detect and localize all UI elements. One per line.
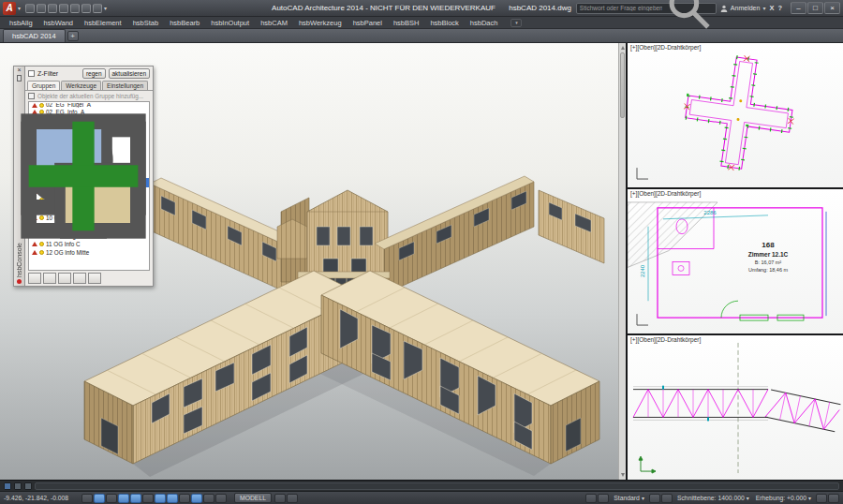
infocenter-search xyxy=(576,3,717,14)
section-drawing xyxy=(628,335,843,480)
tab-hsbelement[interactable]: hsbElement xyxy=(79,17,127,29)
tab-hsbcam[interactable]: hsbCAM xyxy=(255,17,293,29)
osnap-toggle[interactable] xyxy=(130,494,141,503)
tab-hsbwerkzeug[interactable]: hsbWerkzeug xyxy=(293,17,348,29)
drawing-area: × hsbConsole Z-Filter regen aktualisiere… xyxy=(0,43,843,480)
elevation-label: Erhebung: +0.000 xyxy=(756,495,806,501)
quickview-layouts-icon[interactable] xyxy=(274,494,286,503)
room-name: Zimmer 12.1C xyxy=(748,251,789,258)
3dosnap-toggle[interactable] xyxy=(142,494,154,503)
tab-hsbbsh[interactable]: hsbBSH xyxy=(388,17,425,29)
elevation-control[interactable]: Erhebung: +0.000 ▾ xyxy=(754,495,813,501)
qp-toggle[interactable] xyxy=(215,494,227,503)
search-input[interactable] xyxy=(580,5,662,11)
new-drawing-tab-button[interactable]: + xyxy=(67,31,79,41)
otrack-toggle[interactable] xyxy=(155,494,166,503)
save-button[interactable] xyxy=(48,4,57,13)
command-customize-icon[interactable] xyxy=(4,482,11,490)
annotation-scale-icon[interactable] xyxy=(585,494,597,503)
status-bar: -9.426, -21.842, -0.008 MODELL Standar xyxy=(0,491,843,504)
main-3d-viewport[interactable]: × hsbConsole Z-Filter regen aktualisiere… xyxy=(0,43,628,480)
redo-button[interactable] xyxy=(93,4,102,13)
tab-hsbpanel[interactable]: hsbPanel xyxy=(348,17,388,29)
plot-button[interactable] xyxy=(70,4,80,13)
ribbon-minimize-icon[interactable]: ▾ xyxy=(510,19,522,27)
tab-hsbbearb[interactable]: hsbBearb xyxy=(164,17,205,29)
tab-hsbwand[interactable]: hsbWand xyxy=(38,17,79,29)
close-button[interactable]: × xyxy=(824,2,840,14)
tab-hsbstab[interactable]: hsbStab xyxy=(127,17,165,29)
scroll-up-icon[interactable] xyxy=(621,46,625,50)
coordinates-readout: -9.426, -21.842, -0.008 xyxy=(4,495,79,501)
autocad-logo-icon[interactable]: A xyxy=(3,2,16,15)
dyn-toggle[interactable] xyxy=(179,494,190,503)
ucs-icon xyxy=(637,314,648,325)
viewport-label[interactable]: [+][Oben][2D-Drahtkörper] xyxy=(630,336,701,343)
user-icon xyxy=(720,5,728,12)
command-line xyxy=(0,480,843,491)
open-button[interactable] xyxy=(37,4,46,13)
command-input[interactable] xyxy=(35,482,839,490)
new-button[interactable] xyxy=(25,4,35,13)
signin-caret-icon: ▾ xyxy=(762,6,765,11)
ribbon-tab-bar: hsbAllg hsbWand hsbElement hsbStab hsbBe… xyxy=(0,17,843,29)
model-space-button[interactable]: MODELL xyxy=(234,493,272,503)
minimize-button[interactable]: – xyxy=(791,2,806,14)
cut-plane-control[interactable]: Schnittebene: 1400.000 ▾ xyxy=(675,495,751,501)
app-menu-caret-icon[interactable]: ▾ xyxy=(18,6,21,11)
restore-button[interactable]: □ xyxy=(807,2,823,14)
file-tab-bar: hsbCAD 2014 + xyxy=(0,29,843,43)
polar-toggle[interactable] xyxy=(118,494,129,503)
saveas-button[interactable] xyxy=(59,4,68,13)
tpy-toggle[interactable] xyxy=(203,494,214,503)
status-toggles xyxy=(81,494,227,503)
cleanscreen-icon[interactable] xyxy=(828,494,839,503)
command-recent-icon[interactable] xyxy=(14,482,22,490)
document-name: hsbCAD 2014.dwg xyxy=(509,4,571,12)
tab-hsbinoutput[interactable]: hsbInOutput xyxy=(205,17,255,29)
command-options-icon[interactable] xyxy=(24,482,32,490)
room-perimeter: Umfang: 18,46 m xyxy=(748,267,789,273)
annotation-visibility-icon[interactable] xyxy=(598,494,609,503)
vertical-scrollbar[interactable] xyxy=(618,43,626,480)
workspace-switcher[interactable]: Standard ▾ xyxy=(612,495,646,501)
file-tab-active[interactable]: hsbCAD 2014 xyxy=(3,29,66,42)
ortho-toggle[interactable] xyxy=(106,494,117,503)
ucs-icon xyxy=(637,168,648,179)
app-title: AutoCAD Architecture 2014 - NICHT FÜR DE… xyxy=(272,4,495,12)
side-viewport-column: [+][Oben][2D-Drahtkörper] xyxy=(628,43,843,480)
tab-hsballg[interactable]: hsbAllg xyxy=(4,17,38,29)
settings-gear-icon[interactable] xyxy=(816,494,827,503)
exchange-apps-icon[interactable]: X xyxy=(769,4,774,12)
scrollbar-thumb[interactable] xyxy=(620,52,625,118)
quick-access-toolbar: ▾ xyxy=(25,4,107,13)
lwt-toggle[interactable] xyxy=(191,494,202,503)
viewport-label[interactable]: [+][Oben][2D-Drahtkörper] xyxy=(630,44,701,51)
viewport-plan-overview[interactable]: [+][Oben][2D-Drahtkörper] xyxy=(628,43,843,187)
snap-toggle[interactable] xyxy=(81,494,93,503)
dimension-top: 2286 xyxy=(703,210,717,215)
help-icon[interactable]: ? xyxy=(777,4,782,12)
isolate-objects-icon[interactable] xyxy=(661,494,673,503)
search-icon[interactable] xyxy=(665,0,713,32)
ucs-icon xyxy=(639,456,656,473)
quickview-drawings-icon[interactable] xyxy=(287,494,298,503)
cut-plane-caret-icon: ▾ xyxy=(747,496,749,501)
scroll-down-icon[interactable] xyxy=(621,473,625,477)
window-controls: – □ × xyxy=(790,2,840,14)
hsbconsole-palette: × hsbConsole Z-Filter regen aktualisiere… xyxy=(13,66,154,287)
signin-button[interactable]: Anmelden ▾ xyxy=(720,5,766,12)
add-tool-button[interactable] xyxy=(88,273,101,284)
undo-button[interactable] xyxy=(81,4,91,13)
viewport-label[interactable]: [+][Oben][2D-Drahtkörper] xyxy=(630,190,701,197)
tab-hsbdach[interactable]: hsbDach xyxy=(465,17,504,29)
viewport-section[interactable]: [+][Oben][2D-Drahtkörper] xyxy=(628,335,843,480)
room-detail-drawing: 2286 2240 168 Zimmer 12.1C B: 16,07 m² U… xyxy=(628,189,843,334)
lock-icon[interactable] xyxy=(649,494,660,503)
tab-hsbblock[interactable]: hsbBlock xyxy=(424,17,464,29)
grid-toggle[interactable] xyxy=(94,494,105,503)
ducs-toggle[interactable] xyxy=(167,494,178,503)
qat-dropdown-icon[interactable]: ▾ xyxy=(104,6,107,11)
viewport-room-detail[interactable]: [+][Oben][2D-Drahtkörper] xyxy=(628,189,843,334)
workspace-label: Standard xyxy=(614,495,640,501)
